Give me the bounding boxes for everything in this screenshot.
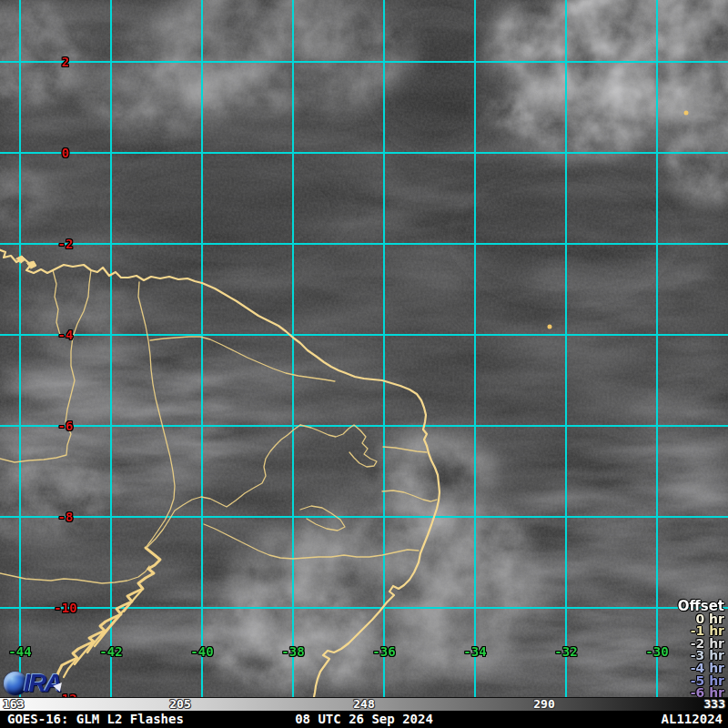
colorbar-tick: 290 <box>533 698 554 710</box>
longitude-label: -34 <box>463 645 486 658</box>
latitude-label: 2 <box>62 56 69 68</box>
longitude-label: -30 <box>645 645 668 658</box>
latitude-label: -2 <box>58 238 74 250</box>
coastline <box>0 249 440 697</box>
timestamp: 08 UTC 26 Sep 2024 <box>295 711 433 728</box>
longitude-label: -32 <box>554 645 577 658</box>
colorbar-tick: 205 <box>169 698 190 710</box>
storm-id-badge: AL112024 <box>662 711 723 728</box>
latitude-label: -6 <box>58 420 74 432</box>
status-bar: GOES-16: GLM L2 Flashes 08 UTC 26 Sep 20… <box>0 711 728 728</box>
island-dot <box>548 325 552 329</box>
longitude-label: -42 <box>99 645 122 658</box>
longitude-label: -40 <box>190 645 213 658</box>
latitude-label: -10 <box>54 602 76 614</box>
colorbar-tick: 163 <box>3 698 24 710</box>
offset-legend: Offset 0 hr-1 hr-2 hr-3 hr-4 hr-5 hr-6 h… <box>678 601 724 697</box>
colorbar-tick: 333 <box>704 698 725 710</box>
colorbar-tick: 248 <box>353 698 374 710</box>
latitude-label: -4 <box>58 329 74 341</box>
glm-satellite-viewer: 20-2-4-6-8-10-12-44-42-40-38-36-34-32-30… <box>0 0 728 728</box>
coastline-overlay <box>0 0 728 697</box>
cira-logo: IRA <box>4 670 61 697</box>
offset-legend-entry: -6 hr <box>678 687 724 697</box>
longitude-label: -36 <box>372 645 395 658</box>
brightness-colorbar: 163205248290333 <box>0 697 728 711</box>
longitude-label: -38 <box>281 645 304 658</box>
satellite-map: 20-2-4-6-8-10-12-44-42-40-38-36-34-32-30… <box>0 0 728 697</box>
latitude-label: 0 <box>62 147 69 159</box>
product-title: GOES-16: GLM L2 Flashes <box>7 711 184 728</box>
island-dot <box>684 111 689 116</box>
longitude-label: -44 <box>8 645 31 658</box>
latitude-label: -8 <box>58 511 74 523</box>
